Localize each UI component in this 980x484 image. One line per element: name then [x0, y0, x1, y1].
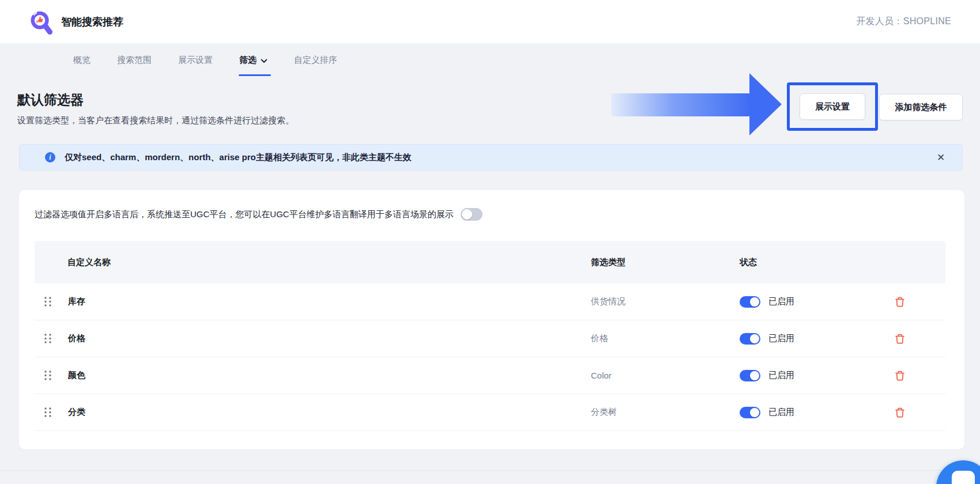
tab-bar: 概览 搜索范围 展示设置 筛选 自定义排序 — [0, 43, 980, 77]
multilang-setting-row: 过滤器选项值开启多语言后，系统推送至UGC平台，您可以在UGC平台维护多语言翻译… — [35, 207, 945, 221]
tab-display-settings[interactable]: 展示设置 — [178, 43, 213, 77]
status-label: 已启用 — [768, 333, 794, 344]
drag-handle-icon[interactable] — [44, 296, 52, 307]
status-label: 已启用 — [768, 370, 794, 381]
banner-close-button[interactable]: ✕ — [934, 151, 947, 164]
section-divider — [0, 470, 980, 471]
status-toggle[interactable] — [740, 407, 760, 418]
table-header: 自定义名称 筛选类型 状态 — [35, 241, 945, 283]
banner-text: 仅对seed、charm、mordern、north、arise pro主题相关… — [65, 152, 412, 163]
row-type: 价格 — [591, 333, 740, 344]
status-toggle[interactable] — [740, 296, 760, 308]
table-row: 库存 供货情况 已启用 — [35, 283, 945, 320]
row-name: 颜色 — [68, 370, 85, 381]
tab-custom-sort[interactable]: 自定义排序 — [294, 43, 337, 77]
active-tab-underline — [239, 74, 271, 76]
header-type: 筛选类型 — [591, 257, 740, 268]
drag-handle-icon[interactable] — [44, 407, 52, 418]
account-label: 开发人员：SHOPLINE — [856, 16, 951, 28]
top-bar: 智能搜索推荐 开发人员：SHOPLINE — [0, 0, 980, 43]
row-name: 分类 — [68, 407, 85, 418]
drag-handle-icon[interactable] — [44, 333, 52, 344]
multilang-toggle[interactable] — [461, 208, 483, 221]
content-card: 过滤器选项值开启多语言后，系统推送至UGC平台，您可以在UGC平台维护多语言翻译… — [19, 190, 964, 449]
app-logo-icon — [28, 9, 53, 35]
row-name: 价格 — [68, 333, 85, 344]
tab-search-scope[interactable]: 搜索范围 — [117, 43, 152, 77]
app-title: 智能搜索推荐 — [61, 15, 123, 29]
delete-button[interactable] — [894, 296, 906, 308]
table-row: 分类 分类树 已启用 — [35, 394, 945, 431]
table-row: 价格 价格 已启用 — [35, 320, 945, 357]
display-settings-button[interactable]: 展示设置 — [800, 93, 865, 120]
delete-button[interactable] — [894, 406, 906, 419]
add-filter-button[interactable]: 添加筛选条件 — [879, 94, 963, 120]
header-name: 自定义名称 — [35, 257, 591, 268]
filter-table: 自定义名称 筛选类型 状态 库存 供货情况 已启用 — [35, 241, 945, 431]
row-type: 供货情况 — [591, 296, 740, 307]
tab-filter[interactable]: 筛选 — [239, 43, 267, 77]
chat-launcher-button[interactable] — [936, 460, 980, 484]
status-toggle[interactable] — [740, 333, 760, 345]
tab-overview[interactable]: 概览 — [73, 43, 91, 77]
chevron-down-icon — [261, 59, 267, 63]
delete-button[interactable] — [894, 369, 906, 382]
row-type: Color — [591, 370, 740, 380]
status-label: 已启用 — [768, 407, 794, 418]
close-icon: ✕ — [937, 152, 945, 164]
chat-icon — [952, 471, 975, 484]
info-banner: i 仅对seed、charm、mordern、north、arise pro主题… — [19, 144, 963, 171]
status-toggle[interactable] — [740, 370, 760, 381]
drag-handle-icon[interactable] — [44, 370, 52, 381]
table-row: 颜色 Color 已启用 — [35, 357, 945, 394]
row-type: 分类树 — [591, 407, 740, 418]
row-name: 库存 — [68, 296, 85, 307]
info-icon: i — [45, 152, 55, 162]
header-status: 状态 — [740, 257, 876, 268]
multilang-text: 过滤器选项值开启多语言后，系统推送至UGC平台，您可以在UGC平台维护多语言翻译… — [35, 209, 454, 220]
delete-button[interactable] — [894, 332, 906, 345]
status-label: 已启用 — [768, 296, 794, 307]
